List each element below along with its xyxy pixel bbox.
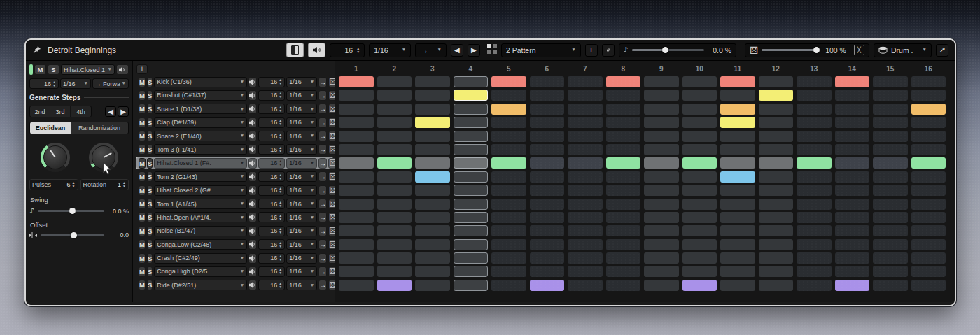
step-cell[interactable]: [377, 171, 412, 183]
inspector-steps-stepper[interactable]: 16 ▲▼: [29, 78, 59, 89]
track-preview-button[interactable]: [248, 144, 257, 155]
step-cell[interactable]: [530, 252, 565, 264]
step-cell[interactable]: [759, 225, 794, 236]
step-cell[interactable]: [491, 171, 526, 183]
inspector-track-dropdown[interactable]: Hihat.Closed 1 (F. ▼: [61, 64, 115, 75]
step-cell[interactable]: [911, 266, 946, 277]
track-row[interactable]: M S Snare 1 (D1/38) ▼ 16 ▲▼ 1/16 ▼ → ⚄: [136, 104, 332, 115]
step-cell[interactable]: [835, 171, 870, 183]
step-cell[interactable]: [797, 225, 832, 236]
track-row[interactable]: M S Tom 1 (A1/45) ▼ 16 ▲▼ 1/16 ▼ → ⚄: [136, 199, 332, 210]
step-cell[interactable]: [835, 199, 870, 210]
step-cell[interactable]: [911, 171, 946, 183]
step-cell[interactable]: [530, 239, 565, 250]
step-cell[interactable]: [339, 280, 374, 291]
track-solo-button[interactable]: S: [147, 239, 153, 250]
track-preview-button[interactable]: [248, 280, 257, 290]
step-cell[interactable]: [491, 131, 526, 142]
track-row[interactable]: M S Hihat.Closed 1 (F#. ▼ 16 ▲▼ 1/16 ▼ →…: [136, 157, 332, 169]
step-cell[interactable]: [911, 199, 946, 210]
track-name-dropdown[interactable]: Tom 3 (F1/41) ▼: [154, 144, 247, 155]
track-name-dropdown[interactable]: Snare 1 (D1/38) ▼: [154, 104, 247, 114]
step-cell[interactable]: [644, 239, 679, 250]
stepper-arrows-icon[interactable]: ▲▼: [279, 106, 282, 113]
step-cell[interactable]: [606, 225, 641, 236]
add-track-button[interactable]: +: [136, 64, 148, 74]
step-cell[interactable]: [568, 131, 603, 142]
track-mute-button[interactable]: M: [139, 171, 146, 182]
step-cell[interactable]: [682, 104, 718, 115]
step-cell[interactable]: [682, 144, 718, 155]
duplicate-pattern-button[interactable]: [602, 44, 615, 57]
step-cell[interactable]: [873, 212, 908, 223]
step-cell[interactable]: [644, 212, 679, 223]
track-direction-button[interactable]: →: [318, 239, 327, 250]
step-cell[interactable]: [454, 225, 489, 236]
step-cell[interactable]: [606, 252, 641, 264]
step-cell[interactable]: [339, 76, 374, 87]
shift-right-button[interactable]: ▶: [118, 106, 129, 117]
step-cell[interactable]: [339, 90, 374, 101]
step-cell[interactable]: [873, 185, 908, 196]
step-cell[interactable]: [911, 239, 946, 250]
track-preview-button[interactable]: [248, 239, 257, 250]
step-cell[interactable]: [491, 280, 526, 291]
step-cell[interactable]: [644, 280, 679, 291]
step-cell[interactable]: [797, 252, 832, 264]
step-cell[interactable]: [415, 212, 450, 223]
step-cell[interactable]: [454, 185, 489, 196]
step-cell[interactable]: [606, 212, 641, 223]
step-cell[interactable]: [339, 199, 374, 210]
track-name-dropdown[interactable]: Tom 2 (G1/43) ▼: [154, 171, 247, 182]
step-cell[interactable]: [377, 104, 412, 115]
inspector-resolution-dropdown[interactable]: 1/16 ▼: [60, 78, 91, 89]
step-cell[interactable]: [835, 239, 870, 250]
inspector-mute-button[interactable]: M: [34, 64, 46, 75]
step-cell[interactable]: [835, 266, 870, 277]
interval-button[interactable]: 2nd: [30, 106, 50, 117]
step-cell[interactable]: [568, 144, 603, 155]
track-row[interactable]: M S Rimshot (C#1/37) ▼ 16 ▲▼ 1/16 ▼ → ⚄: [136, 90, 332, 101]
step-cell[interactable]: [377, 239, 412, 250]
step-cell[interactable]: [797, 199, 832, 210]
step-cell[interactable]: [339, 266, 374, 277]
step-cell[interactable]: [835, 90, 870, 101]
pin-icon[interactable]: [32, 45, 41, 55]
track-direction-button[interactable]: →: [318, 212, 327, 222]
step-cell[interactable]: [797, 90, 832, 101]
step-cell[interactable]: [873, 144, 908, 155]
track-steps-stepper[interactable]: 16 ▲▼: [258, 280, 285, 290]
track-solo-button[interactable]: S: [147, 104, 153, 114]
step-cell[interactable]: [530, 266, 565, 277]
interval-button[interactable]: 4th: [71, 106, 91, 117]
stepper-arrows-icon[interactable]: ▲▼: [52, 80, 56, 87]
track-steps-stepper[interactable]: 16 ▲▼: [258, 117, 285, 128]
step-cell[interactable]: [911, 117, 946, 128]
step-cell[interactable]: [835, 252, 870, 264]
step-cell[interactable]: [682, 76, 718, 87]
step-cell[interactable]: [835, 144, 870, 155]
step-cell[interactable]: [339, 104, 374, 115]
step-cell[interactable]: [911, 252, 946, 264]
dice-icon[interactable]: ⚄: [750, 45, 758, 55]
step-cell[interactable]: [568, 157, 603, 169]
preset-dropdown[interactable]: Drum . ▼: [874, 43, 932, 57]
step-cell[interactable]: [835, 280, 870, 291]
track-row[interactable]: M S Kick (C1/36) ▼ 16 ▲▼ 1/16 ▼ → ⚄: [136, 76, 332, 87]
step-cell[interactable]: [606, 131, 641, 142]
step-cell[interactable]: [606, 185, 641, 196]
step-cell[interactable]: [682, 225, 718, 236]
step-cell[interactable]: [339, 225, 374, 236]
preview-audio-button[interactable]: [308, 43, 326, 57]
step-cell[interactable]: [377, 266, 412, 277]
track-direction-button[interactable]: →: [318, 266, 327, 277]
step-cell[interactable]: [835, 76, 870, 87]
step-cell[interactable]: [377, 199, 412, 210]
step-cell[interactable]: [911, 225, 946, 236]
step-cell[interactable]: [491, 199, 526, 210]
step-cell[interactable]: [568, 252, 603, 264]
step-cell[interactable]: [644, 144, 679, 155]
step-cell[interactable]: [415, 104, 450, 115]
step-cell[interactable]: [339, 212, 374, 223]
step-cell[interactable]: [530, 144, 565, 155]
